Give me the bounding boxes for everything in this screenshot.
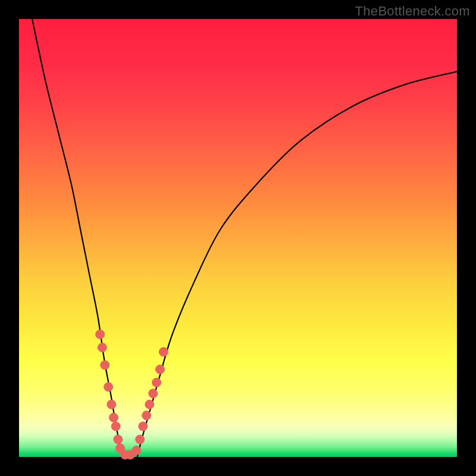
curves-layer [19,19,457,457]
curve-right-arm [137,71,457,457]
marker-dot [98,343,107,352]
curve-left-arm [32,19,124,457]
marker-dot [104,383,113,392]
marker-dot [149,389,158,398]
chart-frame: TheBottleneck.com [0,0,476,476]
marker-dot [142,411,151,420]
marker-dot [107,400,116,409]
watermark-text: TheBottleneck.com [355,4,470,19]
marker-dot [111,422,120,431]
marker-dot [152,378,161,387]
marker-dot [136,435,145,444]
marker-dot [101,361,109,369]
marker-dot [155,365,164,374]
marker-group [96,330,168,459]
marker-dot [132,446,141,455]
marker-dot [114,435,123,444]
marker-dot [109,413,118,422]
marker-dot [159,347,168,356]
plot-area [19,19,457,457]
marker-dot [145,400,154,409]
marker-dot [139,422,148,431]
marker-dot [96,330,105,339]
